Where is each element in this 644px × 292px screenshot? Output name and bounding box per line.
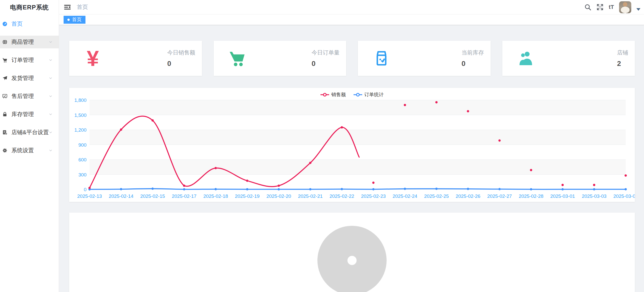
send-icon — [2, 75, 8, 81]
legend-item-sales[interactable]: 销售额 — [320, 91, 346, 98]
document-gear-icon — [2, 130, 8, 135]
line-chart: 03006009001,2001,5001,8002025-02-132025-… — [69, 88, 635, 202]
chevron-down-icon — [49, 112, 53, 116]
sales-point — [435, 101, 438, 103]
breadcrumb[interactable]: 首页 — [77, 3, 88, 11]
stat-card-label: 今日销售额 — [167, 49, 195, 57]
svg-text:2025-02-23: 2025-02-23 — [361, 193, 386, 199]
sales-point — [499, 139, 501, 142]
orders-point — [309, 188, 312, 190]
chevron-down-icon — [49, 148, 53, 152]
sidebar-item-label: 售后管理 — [11, 92, 34, 100]
sales-point — [625, 174, 627, 177]
stat-card-shops[interactable]: 店铺 2 — [502, 41, 635, 76]
sidebar-item-label: 首页 — [11, 20, 23, 28]
stat-card-sales[interactable]: ¥ 今日销售额 0 — [69, 41, 202, 76]
fullscreen-icon[interactable] — [596, 4, 604, 11]
stat-card-value: 0 — [462, 60, 484, 68]
chevron-down-icon — [49, 58, 53, 62]
svg-text:2025-02-19: 2025-02-19 — [235, 193, 259, 199]
legend-marker-sales — [320, 93, 329, 97]
caret-down-icon[interactable] — [636, 8, 640, 11]
orders-point — [278, 188, 280, 190]
sales-point — [120, 129, 122, 131]
donut-hole — [347, 256, 357, 265]
orders-point — [593, 188, 595, 190]
sales-point — [530, 169, 532, 171]
chevron-down-icon — [49, 130, 53, 134]
users-icon — [515, 47, 537, 70]
app-title: 电商ERP系统 — [0, 0, 59, 15]
svg-text:0: 0 — [84, 187, 86, 192]
sidebar-item-products[interactable]: 商品管理 — [0, 36, 59, 48]
svg-text:1,500: 1,500 — [74, 113, 86, 118]
orders-point — [562, 188, 564, 190]
sidebar-menu: 首页 商品管理 订单管理 — [0, 15, 59, 157]
svg-text:2025-02-25: 2025-02-25 — [424, 193, 449, 199]
lock-icon — [2, 112, 8, 117]
orders-point — [183, 188, 185, 190]
chevron-down-icon — [49, 94, 53, 98]
sidebar-item-aftersale[interactable]: 售后管理 — [0, 90, 59, 103]
chevron-down-icon — [49, 40, 53, 44]
sidebar-item-orders[interactable]: 订单管理 — [0, 54, 59, 66]
stat-card-inventory[interactable]: 当前库存 0 — [358, 41, 491, 76]
svg-text:2025-02-18: 2025-02-18 — [203, 193, 228, 199]
svg-text:1,800: 1,800 — [74, 98, 86, 103]
svg-text:2025-02-20: 2025-02-20 — [266, 193, 291, 199]
svg-text:2025-02-28: 2025-02-28 — [519, 193, 543, 199]
avatar[interactable] — [619, 1, 631, 13]
sales-point — [562, 184, 564, 186]
sidebar-item-label: 订单管理 — [11, 56, 34, 64]
sales-point — [467, 110, 469, 112]
sidebar-item-label: 商品管理 — [11, 38, 34, 46]
sales-line — [90, 116, 359, 188]
fold-sidebar-icon[interactable] — [64, 3, 71, 11]
sidebar-item-inventory[interactable]: 库存管理 — [0, 108, 59, 121]
stat-card-orders[interactable]: 今日订单量 0 — [214, 41, 346, 76]
font-size-icon[interactable]: tT — [609, 4, 614, 10]
cart-icon — [226, 47, 249, 70]
orders-point — [499, 188, 501, 190]
orders-point — [341, 188, 343, 190]
sales-point — [341, 126, 343, 129]
svg-text:2025-02-24: 2025-02-24 — [392, 193, 417, 199]
svg-text:2025-02-15: 2025-02-15 — [140, 193, 165, 199]
tabbar: 首页 — [59, 15, 644, 25]
svg-text:2025-02-27: 2025-02-27 — [487, 193, 512, 199]
svg-text:600: 600 — [78, 157, 86, 162]
orders-point — [404, 188, 406, 190]
empty-donut-chart — [317, 226, 387, 292]
svg-text:2025-02-26: 2025-02-26 — [456, 193, 480, 199]
search-icon[interactable] — [584, 4, 591, 11]
svg-text:2025-02-13: 2025-02-13 — [77, 193, 102, 199]
svg-text:1,200: 1,200 — [74, 127, 86, 133]
orders-point — [215, 188, 217, 190]
orders-point — [530, 188, 532, 190]
gear-icon — [2, 148, 8, 153]
yen-icon: ¥ — [81, 47, 104, 70]
tab-label: 首页 — [72, 16, 82, 23]
globe-icon — [2, 39, 8, 45]
sales-point — [246, 179, 248, 182]
orders-point — [372, 188, 375, 190]
svg-text:2025-03-01: 2025-03-01 — [550, 193, 575, 199]
stat-cards-row: ¥ 今日销售额 0 今日订单量 0 — [69, 41, 635, 76]
chevron-down-icon — [49, 76, 53, 80]
sidebar-item-shipping[interactable]: 发货管理 — [0, 72, 59, 85]
sales-point — [152, 119, 154, 121]
sales-point — [89, 187, 91, 189]
legend-item-orders[interactable]: 订单统计 — [354, 91, 384, 98]
orders-point — [246, 188, 248, 190]
sidebar-item-home[interactable]: 首页 — [0, 18, 59, 30]
sidebar-item-system-settings[interactable]: 系统设置 — [0, 144, 59, 157]
sidebar: 电商ERP系统 首页 商品管理 — [0, 0, 59, 292]
sales-point — [215, 167, 217, 169]
svg-text:2025-02-17: 2025-02-17 — [172, 193, 196, 199]
sidebar-item-shop-platform[interactable]: 店铺&平台设置 — [0, 126, 59, 139]
pie-chart-panel — [69, 213, 635, 292]
stat-card-label: 店铺 — [617, 49, 628, 57]
topbar-actions: tT — [584, 1, 644, 13]
svg-text:2025-02-21: 2025-02-21 — [298, 193, 323, 199]
tab-home[interactable]: 首页 — [64, 16, 85, 24]
